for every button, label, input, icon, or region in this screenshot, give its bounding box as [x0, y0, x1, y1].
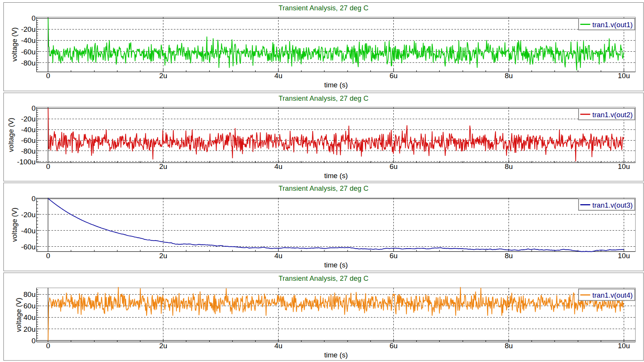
- svg-text:Transient Analysis, 27 deg C: Transient Analysis, 27 deg C: [279, 275, 368, 282]
- svg-text:-100u: -100u: [17, 158, 36, 166]
- svg-text:-40u: -40u: [21, 227, 36, 235]
- svg-text:2u: 2u: [159, 342, 167, 350]
- svg-text:8u: 8u: [505, 162, 513, 170]
- svg-text:2u: 2u: [159, 162, 167, 170]
- svg-text:0: 0: [46, 252, 50, 260]
- svg-text:10u: 10u: [618, 162, 630, 170]
- svg-text:-20u: -20u: [21, 115, 36, 123]
- svg-text:-40u: -40u: [21, 36, 36, 44]
- svg-text:40u: 40u: [23, 313, 36, 321]
- svg-text:0: 0: [31, 14, 36, 22]
- svg-text:-60u: -60u: [21, 243, 36, 251]
- svg-text:80u: 80u: [23, 290, 36, 298]
- svg-text:20u: 20u: [23, 325, 36, 333]
- svg-text:time (s): time (s): [324, 261, 348, 269]
- svg-text:0: 0: [46, 162, 50, 170]
- svg-text:-20u: -20u: [21, 211, 36, 219]
- svg-text:tran1.v(out1): tran1.v(out1): [592, 21, 633, 29]
- svg-text:4u: 4u: [274, 72, 282, 80]
- svg-text:time (s): time (s): [324, 81, 348, 89]
- svg-text:0: 0: [31, 337, 36, 345]
- svg-text:Transient Analysis, 27 deg C: Transient Analysis, 27 deg C: [279, 185, 368, 192]
- svg-text:10u: 10u: [618, 72, 630, 80]
- svg-text:Transient Analysis, 27 deg C: Transient Analysis, 27 deg C: [279, 95, 368, 102]
- svg-text:6u: 6u: [390, 162, 398, 170]
- svg-text:-60u: -60u: [21, 48, 36, 56]
- svg-text:2u: 2u: [159, 252, 167, 260]
- svg-text:-20u: -20u: [21, 25, 36, 33]
- svg-text:0: 0: [31, 195, 36, 203]
- svg-text:-80u: -80u: [21, 147, 36, 155]
- svg-text:tran1.v(out3): tran1.v(out3): [592, 201, 633, 209]
- svg-text:6u: 6u: [390, 72, 398, 80]
- svg-text:2u: 2u: [159, 72, 167, 80]
- svg-text:-80u: -80u: [21, 59, 36, 67]
- svg-text:0: 0: [31, 104, 36, 112]
- svg-text:-40u: -40u: [21, 126, 36, 134]
- svg-text:voltage (V): voltage (V): [10, 27, 18, 61]
- svg-text:10u: 10u: [618, 342, 630, 350]
- svg-text:10u: 10u: [618, 252, 630, 260]
- svg-text:6u: 6u: [390, 252, 398, 260]
- svg-text:tran1.v(out2): tran1.v(out2): [592, 111, 633, 119]
- svg-text:time (s): time (s): [324, 351, 348, 359]
- svg-text:voltage (V): voltage (V): [10, 208, 18, 242]
- svg-text:voltage (V): voltage (V): [7, 118, 15, 152]
- svg-text:Transient Analysis, 27 deg C: Transient Analysis, 27 deg C: [279, 4, 368, 12]
- svg-text:0: 0: [46, 342, 50, 350]
- svg-text:voltage (V): voltage (V): [15, 298, 23, 332]
- svg-text:8u: 8u: [505, 342, 513, 350]
- svg-text:6u: 6u: [390, 342, 398, 350]
- svg-text:0: 0: [46, 72, 50, 80]
- svg-text:4u: 4u: [274, 252, 282, 260]
- svg-text:8u: 8u: [505, 252, 513, 260]
- svg-text:-60u: -60u: [21, 136, 36, 144]
- svg-text:60u: 60u: [23, 302, 36, 310]
- svg-text:4u: 4u: [274, 342, 282, 350]
- svg-text:8u: 8u: [505, 72, 513, 80]
- svg-text:4u: 4u: [274, 162, 282, 170]
- svg-text:tran1.v(out4): tran1.v(out4): [592, 291, 633, 299]
- svg-text:time (s): time (s): [324, 172, 348, 180]
